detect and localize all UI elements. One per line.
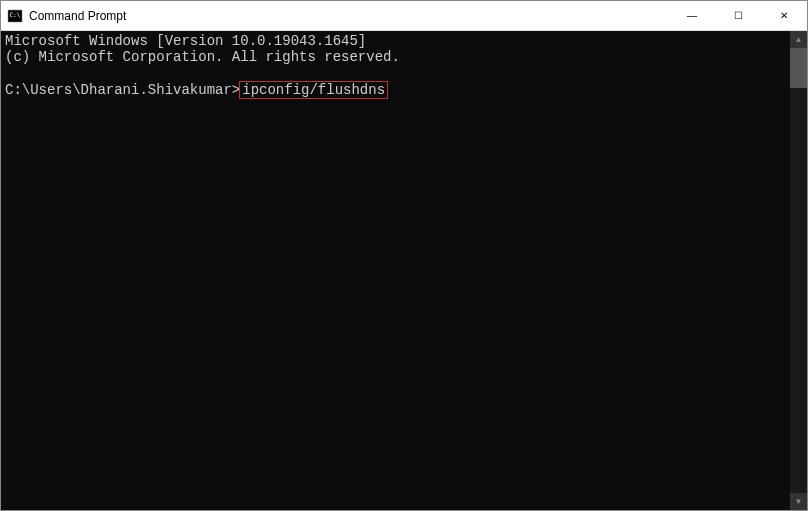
console-area: Microsoft Windows [Version 10.0.19043.16… (1, 31, 807, 510)
cmd-icon: C:\ (7, 8, 23, 24)
close-button[interactable]: ✕ (761, 1, 807, 30)
console-output[interactable]: Microsoft Windows [Version 10.0.19043.16… (1, 31, 790, 510)
window-controls: — ☐ ✕ (669, 1, 807, 30)
command-prompt-window: C:\ Command Prompt — ☐ ✕ Microsoft Windo… (0, 0, 808, 511)
copyright-line: (c) Microsoft Corporation. All rights re… (5, 49, 400, 65)
version-line: Microsoft Windows [Version 10.0.19043.16… (5, 33, 366, 49)
prompt-path: C:\Users\Dharani.Shivakumar> (5, 82, 240, 98)
command-text: ipconfig/flushdns (242, 82, 385, 98)
window-title: Command Prompt (29, 9, 669, 23)
scrollbar-thumb[interactable] (790, 48, 807, 88)
minimize-button[interactable]: — (669, 1, 715, 30)
prompt-line: C:\Users\Dharani.Shivakumar>ipconfig/flu… (5, 81, 786, 99)
scroll-up-arrow[interactable]: ▲ (790, 31, 807, 48)
scroll-down-arrow[interactable]: ▼ (790, 493, 807, 510)
svg-text:C:\: C:\ (10, 11, 21, 18)
vertical-scrollbar[interactable]: ▲ ▼ (790, 31, 807, 510)
command-highlight: ipconfig/flushdns (239, 81, 388, 99)
maximize-button[interactable]: ☐ (715, 1, 761, 30)
titlebar: C:\ Command Prompt — ☐ ✕ (1, 1, 807, 31)
